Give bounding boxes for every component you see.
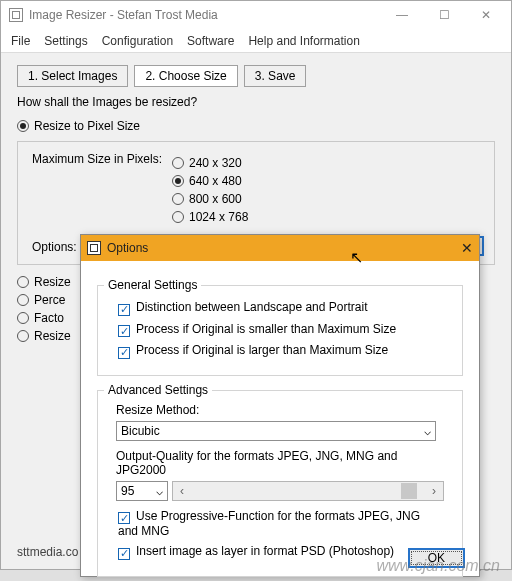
window-title: Image Resizer - Stefan Trost Media <box>29 8 218 22</box>
checkbox-icon <box>118 304 130 316</box>
tab-save[interactable]: 3. Save <box>244 65 307 87</box>
menu-file[interactable]: File <box>11 34 30 48</box>
menu-software[interactable]: Software <box>187 34 234 48</box>
resize-method-select[interactable]: Bicubic ⌵ <box>116 421 436 441</box>
radio-icon <box>17 330 29 342</box>
wizard-tabs: 1. Select Images 2. Choose Size 3. Save <box>17 65 495 87</box>
menu-settings[interactable]: Settings <box>44 34 87 48</box>
radio-icon <box>17 120 29 132</box>
quality-slider[interactable]: ‹ › <box>172 481 444 501</box>
tab-choose-size[interactable]: 2. Choose Size <box>134 65 237 87</box>
radio-icon <box>172 175 184 187</box>
tab-select-images[interactable]: 1. Select Images <box>17 65 128 87</box>
slider-right-button[interactable]: › <box>425 482 443 500</box>
checkbox-icon <box>118 347 130 359</box>
radio-icon <box>172 211 184 223</box>
checkbox-icon <box>118 325 130 337</box>
select-value: Bicubic <box>121 424 160 438</box>
radio-icon <box>17 312 29 324</box>
window-controls: — ☐ ✕ <box>381 4 507 26</box>
options-label: Options: <box>32 240 77 254</box>
section-title: Advanced Settings <box>104 383 212 397</box>
maximize-button[interactable]: ☐ <box>423 4 465 26</box>
chevron-down-icon: ⌵ <box>424 424 431 438</box>
slider-thumb[interactable] <box>401 483 417 499</box>
menu-help[interactable]: Help and Information <box>248 34 359 48</box>
slider-left-button[interactable]: ‹ <box>173 482 191 500</box>
dialog-titlebar[interactable]: Options ✕ <box>81 235 479 261</box>
close-button[interactable]: ✕ <box>465 4 507 26</box>
dialog-body: General Settings Distinction between Lan… <box>81 261 479 581</box>
radio-icon <box>172 157 184 169</box>
size-240x320[interactable]: 240 x 320 <box>172 156 480 170</box>
quality-row: 95 ⌵ ‹ › <box>116 481 444 501</box>
section-title: General Settings <box>104 278 201 292</box>
chk-larger[interactable]: Process if Original is larger than Maxim… <box>118 343 442 359</box>
prompt-text: How shall the Images be resized? <box>17 95 495 109</box>
menubar: File Settings Configuration Software Hel… <box>1 29 511 53</box>
watermark: www.cjan.com.cn <box>376 557 500 575</box>
footer-link[interactable]: sttmedia.co <box>17 545 78 559</box>
radio-icon <box>17 276 29 288</box>
chk-progressive[interactable]: Use Progressive-Function for the formats… <box>118 509 442 539</box>
size-1024x768[interactable]: 1024 x 768 <box>172 210 480 224</box>
chk-smaller[interactable]: Process if Original is smaller than Maxi… <box>118 322 442 338</box>
size-640x480[interactable]: 640 x 480 <box>172 174 480 188</box>
radio-pixel-size[interactable]: Resize to Pixel Size <box>17 119 495 133</box>
size-800x600[interactable]: 800 x 600 <box>172 192 480 206</box>
menu-configuration[interactable]: Configuration <box>102 34 173 48</box>
quality-select[interactable]: 95 ⌵ <box>116 481 168 501</box>
radio-label: Resize to Pixel Size <box>34 119 140 133</box>
app-icon <box>9 8 23 22</box>
main-titlebar: Image Resizer - Stefan Trost Media — ☐ ✕ <box>1 1 511 29</box>
select-value: 95 <box>121 484 134 498</box>
chk-distinction[interactable]: Distinction between Landscape and Portra… <box>118 300 442 316</box>
dialog-icon <box>87 241 101 255</box>
dialog-title: Options <box>107 241 148 255</box>
radio-icon <box>17 294 29 306</box>
minimize-button[interactable]: — <box>381 4 423 26</box>
checkbox-icon <box>118 548 130 560</box>
max-size-label: Maximum Size in Pixels: <box>32 152 162 166</box>
resize-method-label: Resize Method: <box>116 403 444 417</box>
radio-icon <box>172 193 184 205</box>
options-dialog: Options ✕ General Settings Distinction b… <box>80 234 480 577</box>
checkbox-icon <box>118 512 130 524</box>
general-settings-section: General Settings Distinction between Lan… <box>97 285 463 376</box>
chevron-down-icon: ⌵ <box>156 484 163 498</box>
dialog-close-button[interactable]: ✕ <box>461 240 473 256</box>
quality-label: Output-Quality for the formats JPEG, JNG… <box>116 449 444 477</box>
